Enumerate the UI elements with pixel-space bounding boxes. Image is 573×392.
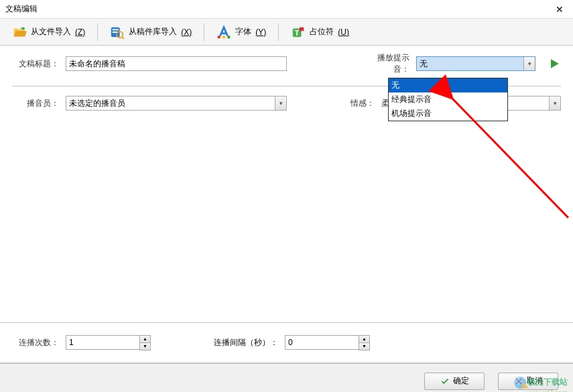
spin-up-icon[interactable]: ▲ [140,336,150,343]
dropdown-option[interactable]: 无 [389,78,507,92]
emotion-label: 情感： [348,98,375,109]
sound-combo-value: 无 [420,58,428,70]
toolbar: 从文件导入(Z) 从稿件库导入(X) 字体(Y) T 占位符(U) [0,19,573,46]
interval-label: 连播间隔（秒）： [204,337,278,348]
placeholder-button[interactable]: T 占位符(U) [285,22,355,42]
toolbar-separator [97,23,98,41]
sound-dropdown-list[interactable]: 无 经典提示音 机场提示音 [388,78,508,121]
toolbar-separator [204,23,204,41]
title-label: 文稿标题： [12,58,59,70]
watermark: 极光下载站 www.xz7.com [514,377,568,392]
announcer-combo-value: 未选定的播音员 [69,98,125,109]
close-icon[interactable]: ✕ [552,4,568,15]
library-search-icon [110,25,125,40]
svg-point-8 [227,36,231,39]
sound-combo[interactable]: 无 ▾ [416,56,535,71]
import-from-library-button[interactable]: 从稿件库导入(X) [105,22,197,42]
import-from-file-label: 从文件导入 [31,26,71,38]
svg-point-6 [218,36,221,39]
toolbar-separator [278,23,279,41]
announcer-label: 播音员： [12,98,59,109]
window-title: 文稿编辑 [5,3,38,15]
svg-line-4 [123,37,125,39]
import-from-library-label: 从稿件库导入 [129,26,177,38]
spinner-buttons[interactable]: ▲▼ [139,335,151,350]
font-button[interactable]: 字体(Y) [211,22,271,42]
placeholder-label: 占位符 [310,26,334,38]
repeat-count-input[interactable] [66,335,139,350]
repeat-count-label: 连播次数： [12,337,59,348]
font-color-icon [216,25,231,40]
globe-icon [514,377,526,389]
window-titlebar: 文稿编辑 ✕ [0,0,573,19]
ok-button[interactable]: 确定 [424,373,485,390]
ok-label: 确定 [453,375,469,387]
dialog-footer: 确定 取消 极光下载站 www.xz7.com [0,363,573,392]
import-from-file-button[interactable]: 从文件导入(Z) [7,22,90,42]
interval-input[interactable] [285,335,359,350]
chevron-down-icon: ▾ [549,96,560,110]
dropdown-option[interactable]: 经典提示音 [389,92,507,107]
dropdown-option[interactable]: 机场提示音 [389,107,507,121]
play-button[interactable] [548,57,561,70]
folder-open-icon [12,25,27,40]
svg-point-7 [222,36,226,39]
spinner-buttons[interactable]: ▲▼ [359,335,370,350]
check-icon [440,377,450,386]
title-input[interactable] [66,56,287,71]
interval-spinner[interactable]: ▲▼ [285,335,370,350]
chevron-down-icon: ▾ [275,96,286,110]
spin-up-icon[interactable]: ▲ [359,336,369,343]
announcer-combo[interactable]: 未选定的播音员 ▾ [66,96,287,111]
spin-down-icon[interactable]: ▼ [359,343,369,350]
bottom-row: 连播次数： ▲▼ 连播间隔（秒）： ▲▼ [0,322,573,363]
chevron-down-icon: ▾ [523,57,535,70]
row-title: 文稿标题： 播放提示音： 无 ▾ [12,52,561,75]
sound-label: 播放提示音： [363,52,409,75]
placeholder-tag-icon: T [291,25,306,40]
font-label: 字体 [235,26,251,38]
svg-text:T: T [295,28,300,36]
repeat-count-spinner[interactable]: ▲▼ [66,335,151,350]
content-area [12,121,561,316]
svg-rect-1 [113,29,119,30]
spin-down-icon[interactable]: ▼ [140,343,150,350]
